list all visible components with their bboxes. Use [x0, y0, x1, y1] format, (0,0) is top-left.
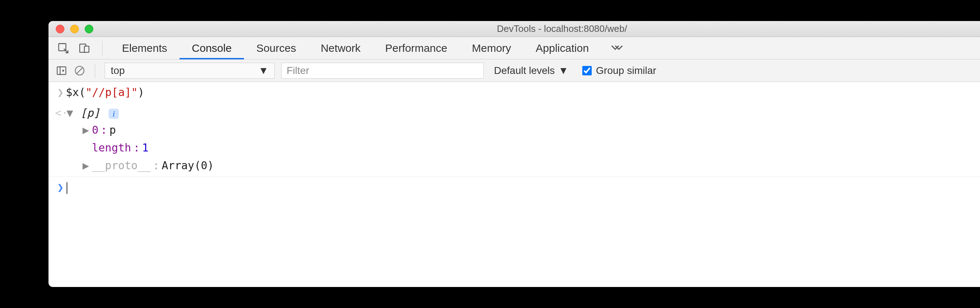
- close-window-button[interactable]: [56, 25, 64, 34]
- group-similar-toggle[interactable]: Group similar: [582, 65, 656, 77]
- tab-console[interactable]: Console: [180, 37, 244, 59]
- console-toolbar: top ▼ Default levels ▼ Group similar: [48, 59, 980, 82]
- clear-console-icon[interactable]: [74, 65, 85, 77]
- tab-network[interactable]: Network: [308, 37, 373, 59]
- chevron-down-icon: ▼: [258, 65, 269, 77]
- tree-entry[interactable]: ▶ 0: p: [82, 121, 980, 139]
- object-summary[interactable]: ▼ [p] i: [66, 105, 980, 121]
- entry-key: __proto__: [92, 157, 151, 174]
- tab-application[interactable]: Application: [523, 37, 601, 59]
- svg-rect-2: [84, 46, 89, 52]
- tree-entry[interactable]: ▶ __proto__: Array(0): [82, 156, 980, 174]
- input-expression: $x("//p[a]"): [66, 84, 980, 101]
- zoom-window-button[interactable]: [85, 25, 93, 34]
- panel-tabs: Elements Console Sources Network Perform…: [110, 37, 980, 59]
- expr-argument: "//p[a]": [85, 86, 138, 99]
- execution-context-select[interactable]: top ▼: [105, 63, 275, 79]
- svg-rect-3: [57, 67, 66, 74]
- console-prompt-row[interactable]: ❯: [48, 177, 980, 198]
- info-badge-icon[interactable]: i: [108, 109, 119, 119]
- group-similar-checkbox[interactable]: [582, 66, 592, 75]
- console-input-echo-row: ❯ $x("//p[a]"): [48, 82, 980, 102]
- object-tree: ▶ 0: p length: 1 ▶ __proto__: Array(0): [66, 121, 980, 174]
- input-marker-icon: ❯: [55, 84, 66, 101]
- disclosure-triangle-icon[interactable]: ▶: [82, 157, 90, 174]
- disclosure-triangle-icon[interactable]: ▼: [66, 105, 74, 121]
- panel-tabstrip: Elements Console Sources Network Perform…: [48, 37, 980, 59]
- output-marker-icon: <·: [55, 105, 66, 121]
- prompt-marker-icon: ❯: [55, 179, 66, 195]
- console-filter-input[interactable]: [281, 63, 484, 79]
- window-title: DevTools - localhost:8080/web/: [48, 23, 980, 34]
- tree-entry: length: 1: [82, 139, 980, 156]
- group-similar-label: Group similar: [596, 65, 656, 77]
- minimize-window-button[interactable]: [70, 25, 79, 34]
- console-input[interactable]: [66, 179, 980, 195]
- divider: [102, 41, 102, 56]
- entry-value: Array(0): [162, 157, 214, 174]
- window-controls: [48, 25, 93, 34]
- titlebar: DevTools - localhost:8080/web/: [48, 21, 980, 37]
- log-levels-label: Default levels: [494, 65, 555, 77]
- expr-function: $x: [66, 86, 79, 99]
- svg-line-6: [77, 68, 83, 73]
- tab-elements[interactable]: Elements: [110, 37, 180, 59]
- entry-value: 1: [142, 139, 148, 156]
- disclosure-triangle-icon[interactable]: ▶: [82, 122, 90, 138]
- entry-key: length: [92, 139, 131, 156]
- entry-key: 0: [92, 122, 99, 138]
- entry-value: p: [109, 122, 116, 138]
- console-result-row: <· ▼ [p] i ▶ 0: p: [48, 102, 980, 177]
- tabs-overflow-button[interactable]: [601, 37, 633, 59]
- text-cursor: [67, 182, 67, 194]
- execution-context-value: top: [111, 65, 125, 77]
- log-levels-select[interactable]: Default levels ▼: [494, 65, 568, 77]
- toggle-sidebar-icon[interactable]: [56, 65, 67, 77]
- tab-performance[interactable]: Performance: [373, 37, 460, 59]
- divider: [95, 64, 95, 78]
- inspect-element-icon[interactable]: [57, 42, 70, 54]
- devtools-window: DevTools - localhost:8080/web/ Elements …: [48, 21, 980, 287]
- console-output: ❯ $x("//p[a]") <· ▼ [p] i ▶ 0:: [48, 82, 980, 198]
- device-toolbar-icon[interactable]: [78, 42, 91, 54]
- chevron-down-icon: ▼: [558, 65, 568, 77]
- tab-memory[interactable]: Memory: [460, 37, 523, 59]
- tab-sources[interactable]: Sources: [244, 37, 308, 59]
